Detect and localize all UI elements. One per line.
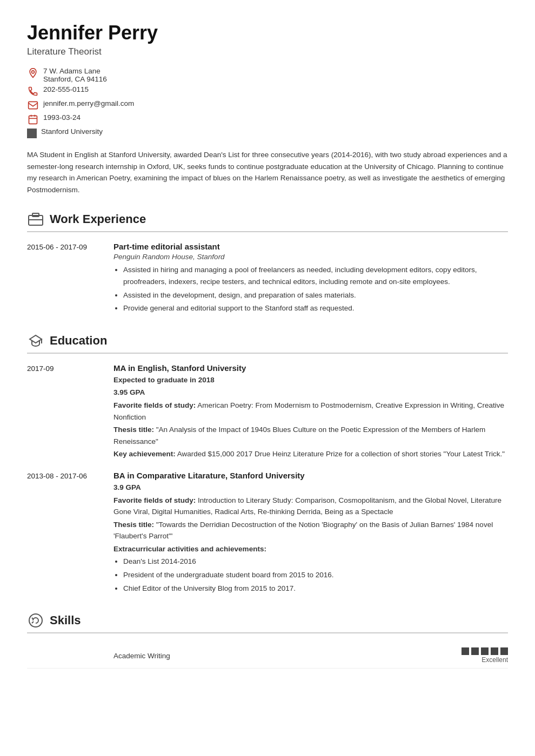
edu-entry-0: 2017-09 MA in English, Stanford Universi… xyxy=(27,363,508,461)
edu-entry-0-gpa: 3.95 GPA xyxy=(113,387,508,399)
edu-bullet-1: President of the undergraduate student b… xyxy=(123,569,508,581)
location-icon xyxy=(27,67,39,79)
edu-entry-0-title: MA in English, Stanford University xyxy=(113,363,508,373)
skills-title: Skills xyxy=(50,613,81,627)
candidate-name: Jennifer Perry xyxy=(27,22,508,44)
work-bullet-0: Assisted in hiring and managing a pool o… xyxy=(123,264,508,287)
edu-entry-1: 2013-08 - 2017-06 BA in Comparative Lita… xyxy=(27,471,508,596)
dot-1 xyxy=(462,647,469,655)
work-experience-title: Work Experience xyxy=(50,212,146,226)
contact-university-value: Stanford University xyxy=(41,127,103,136)
contact-phone: 202-555-0115 xyxy=(27,85,508,97)
phone-icon xyxy=(27,85,39,97)
dot-5 xyxy=(500,647,508,655)
contact-university: Stanford University xyxy=(27,127,508,138)
skill-row-0: Academic Writing Excellent xyxy=(27,643,508,669)
work-entry-0-date: 2015-06 - 2017-09 xyxy=(27,242,113,315)
candidate-title: Literature Theorist xyxy=(27,46,508,57)
university-icon xyxy=(27,129,37,138)
svg-rect-2 xyxy=(29,116,37,124)
skills-header: Skills xyxy=(27,612,508,633)
contact-block: 7 W. Adams Lane Stanford, CA 94116 202-5… xyxy=(27,67,508,138)
edu-entry-0-achievement: Key achievement: Awarded $15,000 2017 Dr… xyxy=(113,448,508,460)
edu-entry-1-extra-label: Extracurricular activities and achieveme… xyxy=(113,543,508,555)
edu-entry-1-title: BA in Comparative Litarature, Stanford U… xyxy=(113,471,508,480)
edu-entry-0-thesis: Thesis title: "An Analysis of the Impact… xyxy=(113,424,508,447)
edu-entry-1-bullets: Dean's List 2014-2016 President of the u… xyxy=(113,556,508,594)
work-entry-0-bullets: Assisted in hiring and managing a pool o… xyxy=(113,264,508,314)
skill-rating-0: Excellent xyxy=(443,647,508,664)
edu-entry-1-gpa: 3.9 GPA xyxy=(113,482,508,494)
contact-dob-value: 1993-03-24 xyxy=(43,113,81,122)
edu-entry-1-thesis: Thesis title: "Towards the Derridian Dec… xyxy=(113,519,508,542)
svg-point-10 xyxy=(29,614,42,627)
svg-point-0 xyxy=(32,71,35,73)
contact-email: jennifer.m.perry@gmail.com xyxy=(27,99,508,111)
skills-icon xyxy=(27,612,44,629)
edu-entry-0-expected: Expected to graduate in 2018 xyxy=(113,374,508,386)
contact-phone-value: 202-555-0115 xyxy=(43,85,89,93)
calendar-icon xyxy=(27,113,39,125)
work-entry-0-content: Part-time editorial assistant Penguin Ra… xyxy=(113,242,508,315)
edu-bullet-2: Chief Editor of the University Blog from… xyxy=(123,583,508,595)
edu-entry-1-fields: Favorite fields of study: Introduction t… xyxy=(113,495,508,518)
edu-entry-0-fields: Favorite fields of study: American Poetr… xyxy=(113,400,508,423)
work-bullet-1: Assisted in the development, design, and… xyxy=(123,289,508,301)
work-experience-icon xyxy=(27,211,44,228)
work-experience-section: Work Experience 2015-06 - 2017-09 Part-t… xyxy=(27,211,508,315)
education-section: Education 2017-09 MA in English, Stanfor… xyxy=(27,332,508,596)
dot-3 xyxy=(481,647,489,655)
edu-entry-1-content: BA in Comparative Litarature, Stanford U… xyxy=(113,471,508,596)
dot-4 xyxy=(491,647,498,655)
work-entry-0-company: Penguin Random House, Stanford xyxy=(113,253,508,261)
edu-entry-1-date: 2013-08 - 2017-06 xyxy=(27,471,113,596)
email-icon xyxy=(27,99,39,111)
education-icon xyxy=(27,332,44,349)
work-entry-0-title: Part-time editorial assistant xyxy=(113,242,508,251)
edu-bullet-0: Dean's List 2014-2016 xyxy=(123,556,508,568)
edu-entry-0-content: MA in English, Stanford University Expec… xyxy=(113,363,508,461)
work-experience-header: Work Experience xyxy=(27,211,508,232)
edu-entry-0-date: 2017-09 xyxy=(27,363,113,461)
skill-level-0: Excellent xyxy=(482,656,508,664)
education-header: Education xyxy=(27,332,508,354)
contact-address-line2: Stanford, CA 94116 xyxy=(43,75,107,83)
contact-address-line1: 7 W. Adams Lane xyxy=(43,67,107,75)
education-title: Education xyxy=(50,334,107,348)
work-entry-0: 2015-06 - 2017-09 Part-time editorial as… xyxy=(27,242,508,315)
summary-text: MA Student in English at Stanford Univer… xyxy=(27,149,508,195)
dot-2 xyxy=(471,647,479,655)
work-bullet-2: Provide general and editorial support to… xyxy=(123,302,508,314)
contact-dob: 1993-03-24 xyxy=(27,113,508,125)
skill-name-0: Academic Writing xyxy=(27,652,443,660)
contact-email-value: jennifer.m.perry@gmail.com xyxy=(43,99,134,107)
svg-rect-1 xyxy=(29,102,38,109)
skill-dots-0 xyxy=(462,647,508,655)
contact-location: 7 W. Adams Lane Stanford, CA 94116 xyxy=(27,67,508,83)
skills-section: Skills Academic Writing Excellent xyxy=(27,612,508,669)
